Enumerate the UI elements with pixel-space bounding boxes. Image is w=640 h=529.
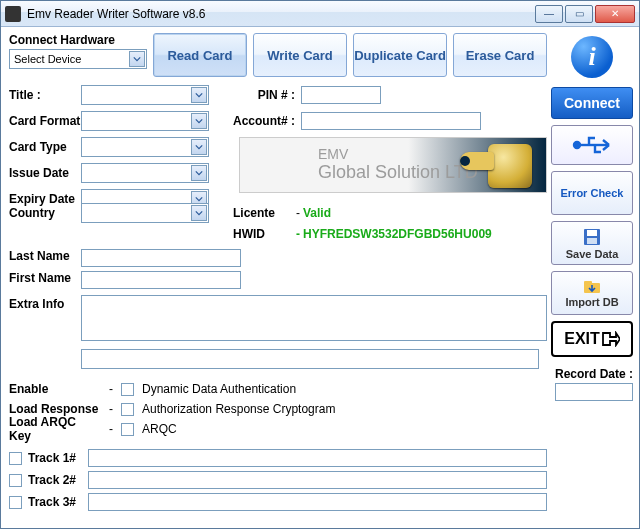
track1-input[interactable] <box>88 449 547 467</box>
enable-label: Enable <box>9 382 101 396</box>
chevron-down-icon <box>191 113 207 129</box>
brand-banner: EMV Global Solution LTD <box>239 137 547 193</box>
license-status: Valid <box>303 206 547 220</box>
chip-icon <box>488 144 532 188</box>
dda-checkbox[interactable] <box>121 383 134 396</box>
track2-checkbox[interactable] <box>9 474 22 487</box>
country-select[interactable] <box>81 203 209 223</box>
card-type-select[interactable] <box>81 137 209 157</box>
close-button[interactable]: ✕ <box>595 5 635 23</box>
track3-checkbox[interactable] <box>9 496 22 509</box>
error-check-button[interactable]: Error Check <box>551 171 633 215</box>
usb-button[interactable] <box>551 125 633 165</box>
maximize-button[interactable]: ▭ <box>565 5 593 23</box>
issue-date-label: Issue Date <box>9 166 81 180</box>
app-window: Emv Reader Writer Software v8.6 — ▭ ✕ Co… <box>0 0 640 529</box>
import-db-button[interactable]: Import DB <box>551 271 633 315</box>
chevron-down-icon <box>191 205 207 221</box>
chevron-down-icon <box>191 87 207 103</box>
save-icon <box>582 227 602 247</box>
arc-text: Authorization Response Cryptogram <box>142 402 335 416</box>
banner-text-2: Global Solution LTD <box>318 162 478 183</box>
pin-input[interactable] <box>301 86 381 104</box>
arqc-checkbox[interactable] <box>121 423 134 436</box>
usb-icon <box>569 133 615 157</box>
info-icon: i <box>571 36 613 78</box>
account-label: Account# : <box>233 114 301 128</box>
banner-text-1: EMV <box>318 146 348 162</box>
device-select[interactable]: Select Device <box>9 49 147 69</box>
record-date-label: Record Date : <box>551 367 633 381</box>
read-card-button[interactable]: Read Card <box>153 33 247 77</box>
dda-text: Dynamic Data Authentication <box>142 382 296 396</box>
duplicate-card-button[interactable]: Duplicate Card <box>353 33 447 77</box>
first-name-label: First Name <box>9 271 81 289</box>
extra-info-textarea[interactable] <box>81 295 547 341</box>
extra-info-label: Extra Info <box>9 295 77 311</box>
track3-input[interactable] <box>88 493 547 511</box>
last-name-label: Last Name <box>9 249 81 267</box>
chevron-down-icon <box>129 51 145 67</box>
chevron-down-icon <box>191 165 207 181</box>
info-button[interactable]: i <box>551 33 633 81</box>
card-format-select[interactable] <box>81 111 209 131</box>
title-label: Title : <box>9 88 81 102</box>
track2-label: Track 2# <box>28 473 82 487</box>
last-name-input[interactable] <box>81 249 241 267</box>
track2-input[interactable] <box>88 471 547 489</box>
connect-button[interactable]: Connect <box>551 87 633 119</box>
issue-date-select[interactable] <box>81 163 209 183</box>
record-date-input[interactable] <box>555 383 633 401</box>
long-input[interactable] <box>81 349 539 369</box>
chevron-down-icon <box>191 139 207 155</box>
save-data-button[interactable]: Save Data <box>551 221 633 265</box>
first-name-input[interactable] <box>81 271 241 289</box>
erase-card-button[interactable]: Erase Card <box>453 33 547 77</box>
load-response-label: Load Response <box>9 402 101 416</box>
window-title: Emv Reader Writer Software v8.6 <box>27 7 535 21</box>
svg-rect-3 <box>587 238 597 244</box>
hwid-value: HYFREDSW3532DFGBD56HU009 <box>303 227 547 241</box>
minimize-button[interactable]: — <box>535 5 563 23</box>
write-card-button[interactable]: Write Card <box>253 33 347 77</box>
import-icon <box>582 279 602 295</box>
hwid-label: HWID <box>233 227 293 241</box>
country-label: Country <box>9 206 81 220</box>
svg-rect-5 <box>584 281 592 285</box>
title-select[interactable] <box>81 85 209 105</box>
license-label: Licente <box>233 206 293 220</box>
card-format-label: Card Format <box>9 114 81 128</box>
arc-checkbox[interactable] <box>121 403 134 416</box>
card-type-label: Card Type <box>9 140 81 154</box>
track1-label: Track 1# <box>28 451 82 465</box>
app-icon <box>5 6 21 22</box>
device-select-value: Select Device <box>14 53 81 65</box>
exit-button[interactable]: EXIT <box>551 321 633 357</box>
load-arqc-label: Load ARQC Key <box>9 415 101 443</box>
arqc-text: ARQC <box>142 422 177 436</box>
title-bar: Emv Reader Writer Software v8.6 — ▭ ✕ <box>1 1 639 27</box>
svg-rect-2 <box>587 230 597 236</box>
track1-checkbox[interactable] <box>9 452 22 465</box>
pin-label: PIN # : <box>233 88 301 102</box>
exit-arrow-icon <box>602 331 620 347</box>
account-input[interactable] <box>301 112 481 130</box>
connect-hardware-label: Connect Hardware <box>9 33 147 47</box>
track3-label: Track 3# <box>28 495 82 509</box>
